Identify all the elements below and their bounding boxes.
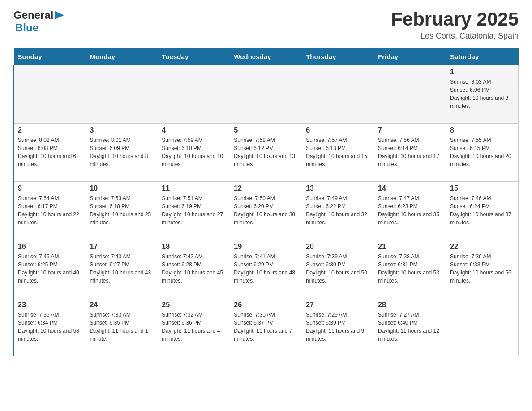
table-row: 4Sunrise: 7:59 AMSunset: 6:10 PMDaylight…	[158, 124, 230, 182]
calendar-subtitle: Les Corts, Catalonia, Spain	[391, 31, 519, 41]
table-row: 10Sunrise: 7:53 AMSunset: 6:18 PMDayligh…	[86, 182, 158, 240]
table-row: 14Sunrise: 7:47 AMSunset: 6:23 PMDayligh…	[374, 182, 446, 240]
day-info: Sunrise: 7:58 AMSunset: 6:12 PMDaylight:…	[234, 136, 298, 168]
table-row: 21Sunrise: 7:38 AMSunset: 6:31 PMDayligh…	[374, 240, 446, 298]
calendar-week-row: 9Sunrise: 7:54 AMSunset: 6:17 PMDaylight…	[14, 182, 519, 240]
day-info: Sunrise: 7:45 AMSunset: 6:25 PMDaylight:…	[18, 253, 82, 285]
day-number: 20	[306, 243, 370, 251]
header-sunday: Sunday	[14, 48, 86, 65]
day-number: 26	[234, 301, 298, 309]
table-row: 23Sunrise: 7:35 AMSunset: 6:34 PMDayligh…	[14, 298, 86, 356]
day-number: 5	[234, 126, 298, 134]
table-row: 8Sunrise: 7:55 AMSunset: 6:15 PMDaylight…	[446, 124, 519, 182]
day-info: Sunrise: 7:35 AMSunset: 6:34 PMDaylight:…	[18, 311, 82, 343]
weekday-header-row: Sunday Monday Tuesday Wednesday Thursday…	[14, 48, 519, 65]
day-number: 15	[450, 184, 515, 193]
day-info: Sunrise: 7:33 AMSunset: 6:35 PMDaylight:…	[90, 311, 154, 343]
day-info: Sunrise: 7:59 AMSunset: 6:10 PMDaylight:…	[162, 136, 226, 168]
day-info: Sunrise: 7:51 AMSunset: 6:19 PMDaylight:…	[162, 194, 226, 227]
table-row: 18Sunrise: 7:42 AMSunset: 6:28 PMDayligh…	[158, 240, 230, 298]
table-row: 26Sunrise: 7:30 AMSunset: 6:37 PMDayligh…	[230, 298, 302, 356]
day-info: Sunrise: 7:30 AMSunset: 6:37 PMDaylight:…	[234, 311, 298, 343]
table-row: 17Sunrise: 7:43 AMSunset: 6:27 PMDayligh…	[86, 240, 158, 298]
day-info: Sunrise: 8:01 AMSunset: 6:09 PMDaylight:…	[90, 136, 154, 168]
day-number: 3	[90, 126, 154, 134]
day-info: Sunrise: 7:39 AMSunset: 6:30 PMDaylight:…	[306, 253, 370, 285]
day-number: 12	[234, 184, 298, 193]
day-number: 11	[162, 184, 226, 193]
day-number: 6	[306, 126, 370, 134]
day-number: 10	[90, 184, 154, 193]
day-info: Sunrise: 7:55 AMSunset: 6:15 PMDaylight:…	[450, 136, 515, 168]
day-info: Sunrise: 8:02 AMSunset: 6:08 PMDaylight:…	[18, 136, 82, 168]
day-info: Sunrise: 7:56 AMSunset: 6:14 PMDaylight:…	[378, 136, 442, 168]
table-row: 5Sunrise: 7:58 AMSunset: 6:12 PMDaylight…	[230, 124, 302, 182]
header-tuesday: Tuesday	[158, 48, 230, 65]
table-row	[230, 65, 302, 124]
day-info: Sunrise: 7:43 AMSunset: 6:27 PMDaylight:…	[90, 253, 154, 285]
header-wednesday: Wednesday	[230, 48, 302, 65]
day-number: 16	[18, 243, 82, 251]
table-row: 20Sunrise: 7:39 AMSunset: 6:30 PMDayligh…	[302, 240, 374, 298]
table-row	[374, 65, 446, 124]
day-number: 8	[450, 126, 515, 134]
day-info: Sunrise: 7:32 AMSunset: 6:36 PMDaylight:…	[162, 311, 226, 343]
calendar-week-row: 2Sunrise: 8:02 AMSunset: 6:08 PMDaylight…	[14, 124, 519, 182]
day-info: Sunrise: 7:53 AMSunset: 6:18 PMDaylight:…	[90, 194, 154, 227]
logo-triangle-icon	[53, 10, 66, 20]
day-number: 25	[162, 301, 226, 309]
day-number: 19	[234, 243, 298, 251]
table-row	[158, 65, 230, 124]
day-info: Sunrise: 7:38 AMSunset: 6:31 PMDaylight:…	[378, 253, 442, 285]
logo-text-blue: Blue	[15, 21, 39, 34]
day-number: 23	[18, 301, 82, 309]
table-row: 13Sunrise: 7:49 AMSunset: 6:22 PMDayligh…	[302, 182, 374, 240]
logo-text-general: General	[13, 9, 53, 21]
table-row: 2Sunrise: 8:02 AMSunset: 6:08 PMDaylight…	[14, 124, 86, 182]
day-number: 28	[378, 301, 442, 309]
table-row	[446, 298, 519, 356]
day-info: Sunrise: 7:57 AMSunset: 6:13 PMDaylight:…	[306, 136, 370, 168]
day-info: Sunrise: 7:41 AMSunset: 6:29 PMDaylight:…	[234, 253, 298, 285]
day-number: 21	[378, 243, 442, 251]
table-row: 12Sunrise: 7:50 AMSunset: 6:20 PMDayligh…	[230, 182, 302, 240]
table-row: 16Sunrise: 7:45 AMSunset: 6:25 PMDayligh…	[14, 240, 86, 298]
table-row: 25Sunrise: 7:32 AMSunset: 6:36 PMDayligh…	[158, 298, 230, 356]
day-info: Sunrise: 7:54 AMSunset: 6:17 PMDaylight:…	[18, 194, 82, 227]
table-row	[14, 65, 86, 124]
day-info: Sunrise: 7:36 AMSunset: 6:33 PMDaylight:…	[450, 253, 515, 285]
table-row: 28Sunrise: 7:27 AMSunset: 6:40 PMDayligh…	[374, 298, 446, 356]
header-friday: Friday	[374, 48, 446, 65]
calendar-week-row: 1Sunrise: 8:03 AMSunset: 6:06 PMDaylight…	[14, 65, 519, 124]
day-number: 24	[90, 301, 154, 309]
table-row: 6Sunrise: 7:57 AMSunset: 6:13 PMDaylight…	[302, 124, 374, 182]
table-row: 27Sunrise: 7:29 AMSunset: 6:39 PMDayligh…	[302, 298, 374, 356]
day-info: Sunrise: 7:47 AMSunset: 6:23 PMDaylight:…	[378, 194, 442, 227]
day-number: 13	[306, 184, 370, 193]
table-row: 15Sunrise: 7:46 AMSunset: 6:24 PMDayligh…	[446, 182, 519, 240]
table-row: 22Sunrise: 7:36 AMSunset: 6:33 PMDayligh…	[446, 240, 519, 298]
day-info: Sunrise: 7:46 AMSunset: 6:24 PMDaylight:…	[450, 194, 515, 227]
day-info: Sunrise: 8:03 AMSunset: 6:06 PMDaylight:…	[450, 78, 515, 110]
logo: General Blue	[13, 9, 66, 34]
table-row: 3Sunrise: 8:01 AMSunset: 6:09 PMDaylight…	[86, 124, 158, 182]
day-number: 4	[162, 126, 226, 134]
calendar-table: Sunday Monday Tuesday Wednesday Thursday…	[13, 48, 519, 356]
table-row: 7Sunrise: 7:56 AMSunset: 6:14 PMDaylight…	[374, 124, 446, 182]
day-number: 14	[378, 184, 442, 193]
day-number: 9	[18, 184, 82, 193]
table-row: 19Sunrise: 7:41 AMSunset: 6:29 PMDayligh…	[230, 240, 302, 298]
table-row: 11Sunrise: 7:51 AMSunset: 6:19 PMDayligh…	[158, 182, 230, 240]
day-number: 18	[162, 243, 226, 251]
day-info: Sunrise: 7:42 AMSunset: 6:28 PMDaylight:…	[162, 253, 226, 285]
page-header: General Blue February 2025 Les Corts, Ca…	[13, 9, 519, 41]
calendar-week-row: 16Sunrise: 7:45 AMSunset: 6:25 PMDayligh…	[14, 240, 519, 298]
header-thursday: Thursday	[302, 48, 374, 65]
calendar-week-row: 23Sunrise: 7:35 AMSunset: 6:34 PMDayligh…	[14, 298, 519, 356]
day-number: 27	[306, 301, 370, 309]
svg-marker-0	[55, 11, 64, 19]
day-number: 2	[18, 126, 82, 134]
table-row: 9Sunrise: 7:54 AMSunset: 6:17 PMDaylight…	[14, 182, 86, 240]
day-info: Sunrise: 7:27 AMSunset: 6:40 PMDaylight:…	[378, 311, 442, 343]
title-section: February 2025 Les Corts, Catalonia, Spai…	[391, 9, 519, 41]
